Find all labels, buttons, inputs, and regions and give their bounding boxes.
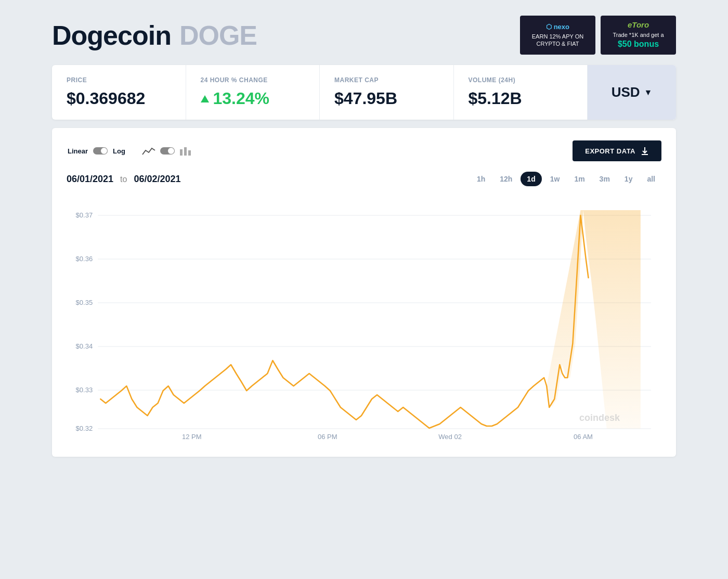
svg-rect-1 — [184, 147, 187, 156]
price-stat: PRICE $0.369682 — [52, 65, 186, 120]
time-buttons: 1h 12h 1d 1w 1m 3m 1y all — [471, 172, 661, 186]
coindesk-watermark: coindesk — [579, 413, 620, 423]
change-label: 24 HOUR % CHANGE — [201, 76, 305, 84]
date-to: 06/02/2021 — [134, 174, 180, 184]
stats-bar: PRICE $0.369682 24 HOUR % CHANGE 13.24% … — [52, 65, 676, 120]
volume-stat: VOLUME (24H) $5.12B — [454, 65, 588, 120]
currency-display: USD ▼ — [612, 84, 653, 100]
time-btn-3m[interactable]: 3m — [593, 172, 616, 186]
volume-label: VOLUME (24H) — [469, 76, 573, 84]
date-separator: to — [120, 175, 127, 184]
export-data-button[interactable]: EXPORT DATA — [573, 140, 661, 161]
svg-marker-17 — [547, 210, 641, 429]
coin-name: Dogecoin — [52, 20, 171, 51]
scale-toggle[interactable] — [93, 147, 108, 155]
linear-scale-button[interactable]: Linear — [67, 145, 89, 157]
date-from: 06/01/2021 — [67, 174, 113, 184]
currency-selector[interactable]: USD ▼ — [588, 65, 676, 120]
time-btn-1y[interactable]: 1y — [618, 172, 639, 186]
svg-text:06 PM: 06 PM — [318, 433, 337, 441]
price-label: PRICE — [67, 76, 171, 84]
time-btn-1w[interactable]: 1w — [544, 172, 566, 186]
volume-value: $5.12B — [469, 89, 573, 108]
svg-text:$0.33: $0.33 — [76, 386, 93, 394]
svg-rect-2 — [188, 150, 191, 156]
svg-text:06 AM: 06 AM — [574, 433, 593, 441]
change-value: 13.24% — [201, 89, 305, 108]
marketcap-label: MARKET CAP — [334, 76, 439, 84]
chart-type-controls: Linear Log — [67, 145, 191, 157]
bar-chart-icon[interactable] — [179, 145, 191, 157]
etoro-text: Trade *1K and get a$50 bonus — [613, 31, 664, 49]
svg-text:$0.32: $0.32 — [76, 424, 93, 432]
time-btn-1h[interactable]: 1h — [471, 172, 491, 186]
svg-rect-0 — [180, 149, 183, 156]
svg-text:$0.35: $0.35 — [76, 299, 93, 306]
time-btn-12h[interactable]: 12h — [493, 172, 518, 186]
nexo-logo: ⬡ nexo — [546, 23, 569, 31]
chart-type-toggle[interactable] — [160, 147, 175, 155]
time-btn-1m[interactable]: 1m — [568, 172, 591, 186]
chart-area: $0.37 $0.36 $0.35 $0.34 $0.33 $0.32 — [67, 195, 661, 444]
up-arrow-icon — [201, 95, 209, 102]
time-btn-all[interactable]: all — [641, 172, 661, 186]
etoro-ad[interactable]: eToro Trade *1K and get a$50 bonus — [601, 16, 676, 55]
nexo-text: EARN 12% APY ONCRYPTO & FIAT — [532, 33, 583, 48]
log-scale-button[interactable]: Log — [112, 145, 126, 157]
date-range: 06/01/2021 to 06/02/2021 — [67, 174, 181, 185]
svg-text:$0.37: $0.37 — [76, 211, 93, 219]
svg-text:$0.34: $0.34 — [76, 342, 93, 350]
page-container: Dogecoin DOGE ⬡ nexo EARN 12% APY ONCRYP… — [52, 16, 676, 457]
chevron-down-icon: ▼ — [644, 88, 653, 97]
chart-controls: Linear Log EXPORT DATA — [67, 140, 661, 161]
chart-date-row: 06/01/2021 to 06/02/2021 1h 12h 1d 1w 1m… — [67, 172, 661, 186]
line-chart-icon[interactable] — [141, 145, 156, 157]
coin-ticker: DOGE — [179, 20, 257, 51]
chart-section: Linear Log EXPORT DATA — [52, 128, 676, 457]
price-value: $0.369682 — [67, 89, 171, 108]
marketcap-value: $47.95B — [334, 89, 439, 108]
svg-text:$0.36: $0.36 — [76, 255, 93, 263]
change-stat: 24 HOUR % CHANGE 13.24% — [186, 65, 320, 120]
marketcap-stat: MARKET CAP $47.95B — [320, 65, 454, 120]
svg-text:12 PM: 12 PM — [182, 433, 202, 441]
price-chart: $0.37 $0.36 $0.35 $0.34 $0.33 $0.32 — [67, 195, 661, 444]
svg-text:Wed 02: Wed 02 — [438, 433, 462, 441]
time-btn-1d[interactable]: 1d — [521, 172, 541, 186]
etoro-logo: eToro — [628, 20, 649, 29]
nexo-ad[interactable]: ⬡ nexo EARN 12% APY ONCRYPTO & FIAT — [520, 16, 595, 55]
ad-banners: ⬡ nexo EARN 12% APY ONCRYPTO & FIAT eTor… — [520, 16, 676, 55]
download-icon — [641, 147, 649, 155]
page-header: Dogecoin DOGE ⬡ nexo EARN 12% APY ONCRYP… — [52, 16, 676, 55]
coin-title: Dogecoin DOGE — [52, 20, 257, 51]
